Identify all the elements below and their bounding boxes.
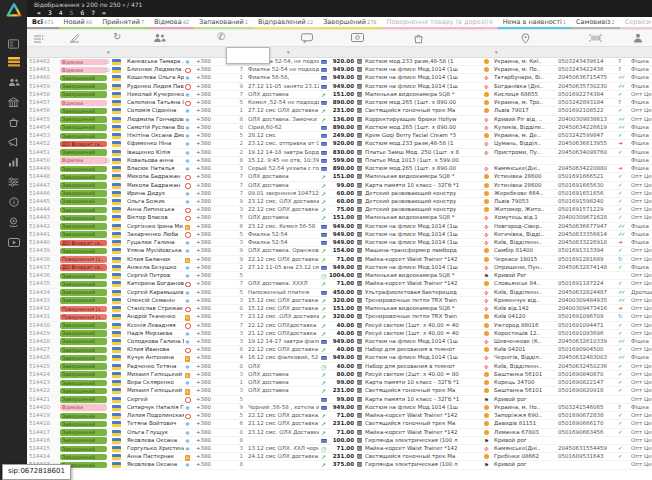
order-row[interactable]: 514423ЗавершенийВера Скляренко❄+3801ОЛХ … [27, 379, 652, 387]
order-row[interactable]: 514443ЗавершенийВіктор Власов+3805ОЛХ до… [27, 214, 652, 222]
client-phone[interactable]: +380 [196, 140, 225, 148]
order-row[interactable]: 514433ЗавершенийОлексій Семанін❄+380315.… [27, 297, 652, 305]
tab-Самовивіз[interactable]: Самовивіз2 [571, 17, 620, 29]
order-row[interactable]: 514416ЗавершенийЯковлева Оксана❄+3808100… [27, 437, 652, 445]
client-phone[interactable]: +380 [196, 74, 225, 82]
client-phone[interactable]: +380 [196, 371, 225, 379]
clients-icon[interactable] [0, 72, 27, 88]
order-row[interactable]: 514453ЗавершенийНікітіна Оксана Дми..❄+3… [27, 132, 652, 140]
client-phone[interactable]: +380 [196, 206, 225, 214]
phone-column-icon[interactable]: ✆ [217, 32, 225, 42]
order-row[interactable]: 514432Повернення (з..Станіслав Стрижак+3… [27, 305, 652, 313]
tab-Відправлений[interactable]: Відправлений12 [253, 17, 318, 29]
comment-column-icon[interactable] [301, 33, 313, 46]
order-row[interactable]: 514442ЗавершенийСергієнко Ірина Ми..lc+3… [27, 223, 652, 231]
order-row[interactable]: 514448ЗавершенийМикола Бадражан+3807ОЛХ … [27, 173, 652, 181]
page-button[interactable]: 3 [48, 9, 52, 17]
tab-Повернення товару (в дорозі)[interactable]: Повернення товару (в дорозі)0 [382, 17, 498, 29]
manager-column-icon[interactable] [633, 33, 643, 45]
video-tutorial-icon[interactable] [0, 232, 27, 248]
order-row[interactable]: 514455ЗавершенийЛюдмила Гончарова❄+3808О… [27, 116, 652, 124]
client-phone[interactable]: +380 [196, 198, 225, 206]
source-column-icon[interactable]: ↻ [113, 32, 121, 42]
client-phone[interactable]: +380 [196, 437, 225, 445]
order-row[interactable]: 514440ДО Возврат ск..Гуцалюк Галина❄+380… [27, 239, 652, 247]
order-row[interactable]: 514427ЗавершенийЮлия Иванова+380822.12 с… [27, 346, 652, 354]
tab-Нема в наявності[interactable]: Нема в наявності1 [498, 17, 571, 29]
order-row[interactable]: 514462Відмова◷Каневська Тамара ..❄+3801Л… [27, 58, 652, 66]
product-column-icon[interactable] [413, 33, 424, 46]
settings-sliders-icon[interactable] [0, 172, 27, 188]
order-row[interactable]: 514451ЗавершенийІващенко Юлія❄+380219.12… [27, 149, 652, 157]
client-phone[interactable]: +380 [196, 99, 225, 107]
client-phone[interactable]: +380 [196, 173, 225, 181]
client-phone[interactable]: +380 [196, 132, 225, 140]
page-size-caret-icon[interactable]: ▾ [123, 2, 126, 8]
client-phone[interactable]: +380 [196, 107, 225, 115]
client-phone[interactable]: +380 [196, 396, 225, 404]
page-button[interactable]: 7 [91, 9, 95, 17]
order-row[interactable]: 514424ЗавершенийМихаил Гилецькийlc+3803О… [27, 371, 652, 379]
client-phone[interactable]: +380 [196, 404, 225, 412]
client-phone[interactable]: +380 [196, 280, 225, 288]
first-page-button[interactable]: « [37, 9, 41, 17]
order-row[interactable]: 514425ЗавершенийРадченко Тетяна❄+3800ОЛХ… [27, 363, 652, 371]
order-row[interactable]: 514458ЗавершенийНиколай Кучеренко❄+3807О… [27, 91, 652, 99]
order-row[interactable]: 514419ЗавершенийЛилия Подолинская+380522… [27, 412, 652, 420]
client-phone[interactable]: +380 [196, 429, 225, 437]
order-row[interactable]: 514438Повернення (з..Юлия Баланюкlc+3809… [27, 256, 652, 264]
tab-Сервіси[interactable]: Сервіси0 [620, 17, 652, 29]
order-row[interactable]: 514461Відмова◷Близнюк Людмила ..+3807Фиа… [27, 66, 652, 74]
order-row[interactable]: 514430ЗавершенийКсенія Левадняя+380722.1… [27, 322, 652, 330]
order-row[interactable]: 514460ЗавершенийКошелева Ольга Ар..❄+380… [27, 74, 652, 82]
order-row[interactable]: 514446ЗавершенийИрина Дидух❄+380709.01 з… [27, 190, 652, 198]
client-phone[interactable]: +380 [196, 223, 225, 231]
order-row[interactable]: 514454ЗавершенийСамотій Руслана Во..❄+38… [27, 124, 652, 132]
client-phone[interactable]: +380 [196, 412, 225, 420]
client-phone[interactable]: +380 [196, 289, 225, 297]
order-row[interactable]: 514441ЗавершенийЗахарченко Люба+3805Фиал… [27, 231, 652, 239]
tab-Новий[interactable]: Новий48 [59, 17, 98, 29]
client-phone[interactable]: +380 [196, 272, 225, 280]
client-phone[interactable]: +380 [196, 149, 225, 157]
order-row[interactable]: 514435ЗавершенийКатерина Богданова+3807О… [27, 280, 652, 288]
status-column-icon[interactable] [69, 33, 80, 46]
last-page-button[interactable]: » [102, 9, 106, 17]
client-phone[interactable]: +380 [196, 387, 225, 395]
tab-Відмова[interactable]: Відмова42 [149, 17, 194, 29]
company-icon[interactable] [0, 92, 27, 108]
client-phone[interactable]: +380 [196, 420, 225, 428]
client-phone[interactable]: +380 [196, 190, 225, 198]
tracking-column-icon[interactable] [589, 33, 602, 45]
client-phone[interactable]: +380 [196, 363, 225, 371]
client-phone[interactable]: +380 [196, 297, 225, 305]
order-row[interactable]: 514426ЗавершенийКучук Антонинаlc+380416.… [27, 354, 652, 362]
client-phone[interactable]: +380 [196, 379, 225, 387]
order-row[interactable]: 514439ЗавершенийУляна Мусійовська❄+3809О… [27, 247, 652, 255]
client-phone[interactable]: +380 [196, 124, 225, 132]
shopping-bag-icon[interactable] [0, 112, 27, 128]
order-row[interactable]: 514437ДО Возврат ск..Анжела Безушко❄+380… [27, 264, 652, 272]
client-phone[interactable]: +380 [196, 264, 225, 272]
address-filter-caret-icon[interactable]: ▾ [495, 49, 498, 55]
tab-Всі[interactable]: Всі471 [27, 17, 59, 29]
client-phone[interactable]: +380 [196, 461, 225, 469]
client-phone[interactable]: +380 [196, 214, 225, 222]
client-phone[interactable]: +380 [196, 83, 225, 91]
order-row[interactable]: 514428ЗавершенийСолодкова Галина В..❄+38… [27, 338, 652, 346]
client-phone[interactable]: +380 [196, 338, 225, 346]
client-phone[interactable]: +380 [196, 116, 225, 124]
client-phone[interactable]: +380 [196, 91, 225, 99]
client-phone[interactable]: +380 [196, 157, 225, 165]
order-row[interactable]: 514431Повернення (з..Андрій Ткаченкоlc+3… [27, 313, 652, 321]
megaphone-icon[interactable] [0, 132, 27, 148]
order-row[interactable]: 514418ЗавершенийТетяна Войтович❄+380621.… [27, 420, 652, 428]
order-row[interactable]: 514447ЗавершенийМикола Бадражан+3807ОЛХ … [27, 182, 652, 190]
order-row[interactable]: 514434ЗавершенийСергей Карамышев❄+3805На… [27, 289, 652, 297]
order-row[interactable]: 514417ЗавершенийОльга Глущук❄+380023.12 … [27, 429, 652, 437]
comment-filter-caret-icon[interactable]: ▾ [287, 49, 290, 55]
order-row[interactable]: 514459ЗавершенийРуденко Лидия Пав..+3809… [27, 83, 652, 91]
client-phone[interactable]: +380 [196, 182, 225, 190]
dashboard-icon[interactable] [0, 34, 27, 50]
order-row[interactable]: 514450Відмова◷Ковальова анна❄+380815.12.… [27, 157, 652, 165]
